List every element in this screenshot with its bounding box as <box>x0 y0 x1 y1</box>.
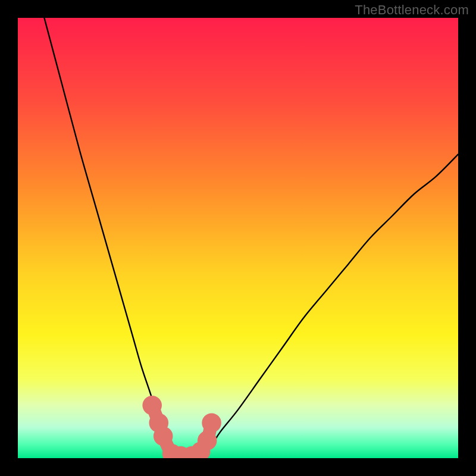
marker-dot <box>154 427 173 446</box>
marker-dot <box>142 396 162 415</box>
chart-frame: TheBottleneck.com <box>0 0 476 476</box>
marker-dot <box>202 414 221 433</box>
bottleneck-curve-right <box>194 154 458 458</box>
marker-dots <box>142 396 221 458</box>
watermark-text: TheBottleneck.com <box>355 2 469 18</box>
plot-area <box>18 18 458 458</box>
marker-dot <box>198 431 217 450</box>
bottleneck-curve-left <box>44 18 194 458</box>
curve-layer <box>18 18 458 458</box>
